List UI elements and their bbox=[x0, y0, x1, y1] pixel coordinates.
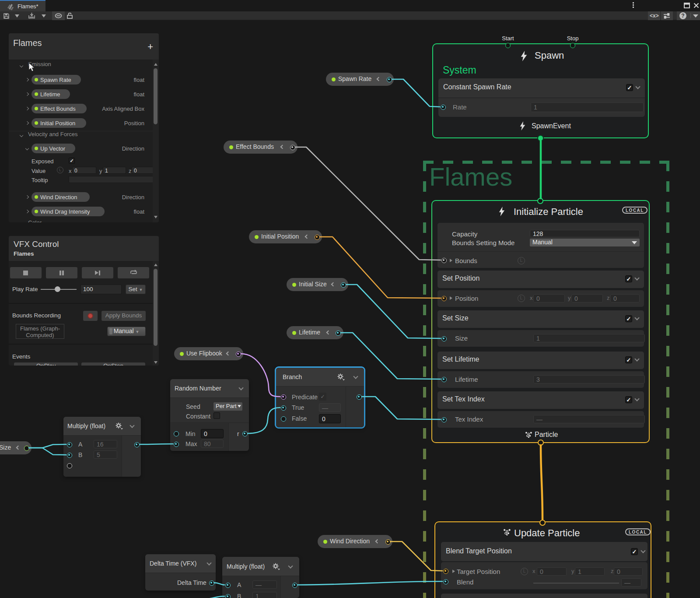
svg-text:Flames: Flames bbox=[429, 162, 512, 191]
